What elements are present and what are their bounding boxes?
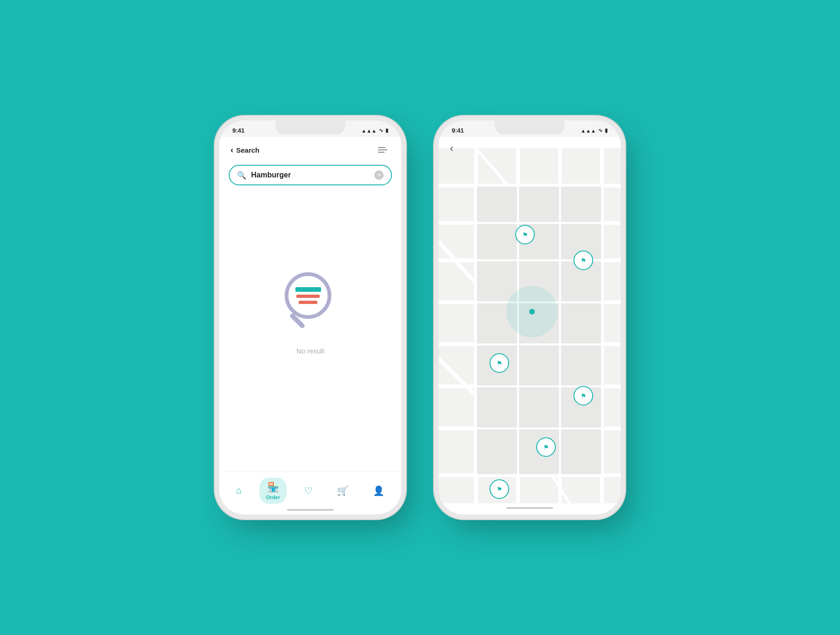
search-bar[interactable]: 🔍 Hamburger × — [229, 165, 392, 185]
battery-icon: ▮ — [385, 127, 388, 134]
map-background: ⚑ ⚑ ⚑ ⚑ ⚑ ⚑ ‹ — [439, 137, 621, 515]
nav-cart[interactable]: 🛒 — [330, 481, 355, 500]
map-screen: ⚑ ⚑ ⚑ ⚑ ⚑ ⚑ ‹ — [439, 137, 621, 515]
magnifier-glass — [285, 272, 331, 319]
svg-rect-20 — [561, 187, 601, 222]
svg-rect-21 — [477, 224, 517, 260]
notch-2 — [495, 120, 565, 134]
search-header: ‹ Search — [219, 137, 401, 161]
mag-line-red-2 — [299, 301, 317, 304]
map-header: ‹ — [439, 137, 621, 158]
filter-line-1 — [378, 147, 385, 148]
back-arrow-icon: ‹ — [231, 145, 233, 155]
signal-icon-2: ▲▲▲ — [581, 128, 596, 134]
svg-rect-32 — [561, 346, 601, 386]
filter-line-2 — [378, 149, 387, 150]
search-screen: ‹ Search 🔍 Hamburger × — [219, 137, 401, 515]
svg-rect-33 — [477, 388, 517, 428]
home-bar — [287, 509, 334, 511]
search-icon: 🔍 — [237, 171, 246, 180]
filter-icon — [378, 147, 387, 153]
svg-rect-31 — [519, 346, 559, 386]
search-value: Hamburger — [251, 171, 370, 179]
svg-text:⚑: ⚑ — [543, 444, 549, 451]
svg-text:⚑: ⚑ — [522, 231, 528, 239]
svg-text:⚑: ⚑ — [497, 360, 503, 367]
svg-rect-19 — [519, 187, 559, 222]
svg-text:⚑: ⚑ — [581, 392, 587, 400]
svg-text:⚑: ⚑ — [497, 486, 503, 493]
mag-line-red-1 — [296, 295, 320, 298]
heart-icon: ♡ — [304, 485, 313, 496]
phone-map: 9:41 ▲▲▲ ∿ ▮ — [439, 120, 621, 515]
nav-home[interactable]: ⌂ — [230, 481, 248, 500]
phone-search: 9:41 ▲▲▲ ∿ ▮ ‹ Search 🔍 Hamburg — [219, 120, 401, 515]
time-2: 9:41 — [452, 127, 464, 134]
svg-rect-38 — [561, 430, 601, 474]
no-result-area: No result — [219, 193, 401, 472]
status-icons-2: ▲▲▲ ∿ ▮ — [581, 127, 608, 134]
time-1: 9:41 — [232, 127, 245, 134]
svg-text:⚑: ⚑ — [581, 257, 587, 264]
signal-icon: ▲▲▲ — [361, 128, 377, 134]
clear-icon: × — [377, 172, 380, 178]
nav-favorites[interactable]: ♡ — [298, 481, 319, 500]
nav-profile[interactable]: 👤 — [366, 481, 391, 500]
order-icon: 🏪 — [267, 481, 279, 493]
svg-rect-34 — [519, 388, 559, 428]
bottom-nav: ⌂ 🏪 Order ♡ 🛒 👤 — [219, 472, 401, 509]
mag-line-teal — [295, 287, 321, 292]
notch — [275, 120, 345, 134]
profile-icon: 👤 — [373, 485, 385, 496]
svg-rect-24 — [477, 261, 517, 302]
wifi-icon-2: ∿ — [598, 127, 602, 134]
map-back-button[interactable]: ‹ — [450, 142, 453, 155]
screen-title: Search — [236, 146, 259, 154]
battery-icon-2: ▮ — [605, 127, 608, 134]
clear-button[interactable]: × — [374, 170, 384, 180]
status-icons-1: ▲▲▲ ∿ ▮ — [361, 127, 388, 134]
no-result-text: No result — [296, 347, 324, 355]
svg-rect-18 — [477, 187, 517, 222]
search-bar-container: 🔍 Hamburger × — [219, 161, 401, 193]
map-roads: ⚑ ⚑ ⚑ ⚑ ⚑ ⚑ — [439, 137, 621, 515]
filter-line-3 — [378, 152, 385, 153]
filter-button[interactable] — [375, 142, 390, 157]
svg-rect-36 — [477, 430, 517, 474]
wifi-icon: ∿ — [379, 127, 383, 134]
home-icon: ⌂ — [236, 485, 242, 496]
nav-order[interactable]: 🏪 Order — [259, 478, 287, 504]
nav-order-label: Order — [266, 494, 280, 500]
no-result-illustration — [280, 272, 341, 338]
back-button[interactable]: ‹ Search — [231, 145, 259, 155]
svg-rect-29 — [561, 303, 601, 344]
svg-point-40 — [529, 309, 535, 315]
cart-icon: 🛒 — [337, 485, 349, 496]
map-home-bar — [506, 507, 553, 509]
